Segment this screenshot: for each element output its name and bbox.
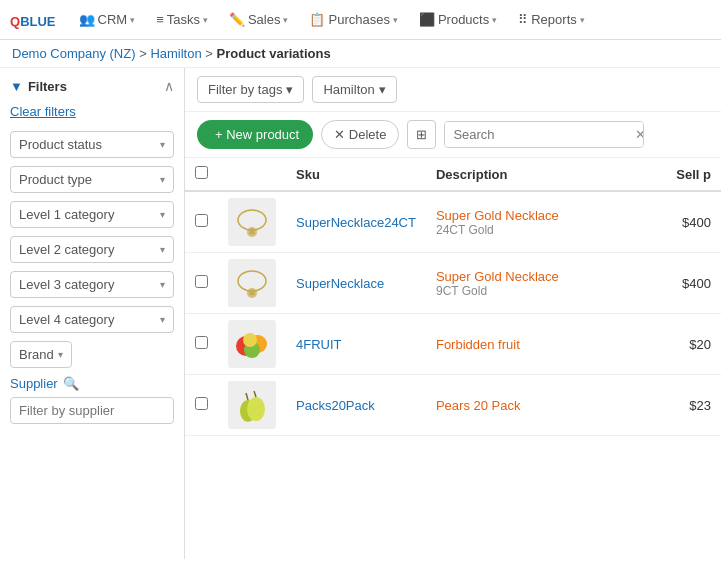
product-status-dropdown[interactable]: Product status ▾ <box>10 131 174 158</box>
col-sell-price[interactable]: Sell p <box>641 158 721 191</box>
supplier-label: Supplier <box>10 376 58 391</box>
product-sku-link[interactable]: Packs20Pack <box>296 398 375 413</box>
row-checkbox-0[interactable] <box>195 214 208 227</box>
product-image-cell <box>218 191 286 253</box>
row-checkbox-3[interactable] <box>195 397 208 410</box>
grid-icon: ⊞ <box>416 127 427 142</box>
nav-reports[interactable]: ⠿ Reports ▾ <box>510 8 593 31</box>
product-sku-cell: Packs20Pack <box>286 375 426 436</box>
brand-row: Brand ▾ <box>10 341 174 368</box>
crm-icon: 👥 <box>79 12 95 27</box>
tasks-arrow-icon: ▾ <box>203 15 208 25</box>
breadcrumb-location[interactable]: Hamilton <box>150 46 201 61</box>
filter-by-tags-button[interactable]: Filter by tags ▾ <box>197 76 304 103</box>
product-price: $400 <box>682 276 711 291</box>
product-price: $20 <box>689 337 711 352</box>
nav-products-label: Products <box>438 12 489 27</box>
product-sku-link[interactable]: SuperNecklace24CT <box>296 215 416 230</box>
breadcrumb-sep2: > <box>205 46 216 61</box>
search-clear-button[interactable]: ✕ <box>629 122 644 147</box>
level2-category-dropdown[interactable]: Level 2 category ▾ <box>10 236 174 263</box>
filter-by-tags-label: Filter by tags <box>208 82 282 97</box>
logo-blue: BLUE <box>20 14 55 29</box>
collapse-sidebar-button[interactable]: ∧ <box>164 78 174 94</box>
search-input[interactable] <box>445 122 629 147</box>
search-wrap: ✕ 🔍 <box>444 121 644 148</box>
product-image <box>228 198 276 246</box>
level2-category-label: Level 2 category <box>19 242 114 257</box>
purchases-icon: 📋 <box>309 12 325 27</box>
table-row: Packs20Pack Pears 20 Pack $23 <box>185 375 721 436</box>
level1-category-dropdown[interactable]: Level 1 category ▾ <box>10 201 174 228</box>
product-sku-cell: SuperNecklace <box>286 253 426 314</box>
product-type-dropdown[interactable]: Product type ▾ <box>10 166 174 193</box>
nav-sales[interactable]: ✏️ Sales ▾ <box>221 8 297 31</box>
reports-arrow-icon: ▾ <box>580 15 585 25</box>
brand-arrow-icon: ▾ <box>58 349 63 360</box>
nav-tasks[interactable]: ≡ Tasks ▾ <box>148 8 216 31</box>
product-image <box>228 381 276 429</box>
brand-dropdown[interactable]: Brand ▾ <box>10 341 72 368</box>
row-checkbox-cell <box>185 375 218 436</box>
product-price: $400 <box>682 215 711 230</box>
col-img <box>218 158 286 191</box>
product-desc-main: Forbidden fruit <box>436 337 631 352</box>
table-header-row: Sku Description Sell p <box>185 158 721 191</box>
level4-category-dropdown[interactable]: Level 4 category ▾ <box>10 306 174 333</box>
logo-q: Q <box>10 14 20 29</box>
breadcrumb-sep1: > <box>139 46 150 61</box>
main-layout: ▼ Filters ∧ Clear filters Product status… <box>0 68 721 559</box>
tag-bar: Filter by tags ▾ Hamilton ▾ <box>185 68 721 112</box>
nav-purchases[interactable]: 📋 Purchases ▾ <box>301 8 405 31</box>
new-product-button[interactable]: + New product <box>197 120 313 149</box>
nav-crm[interactable]: 👥 CRM ▾ <box>71 8 144 31</box>
products-icon: ⬛ <box>419 12 435 27</box>
product-desc-main: Pears 20 Pack <box>436 398 631 413</box>
col-sku[interactable]: Sku <box>286 158 426 191</box>
logo: QBLUE <box>10 8 56 31</box>
product-price: $23 <box>689 398 711 413</box>
product-desc-cell: Super Gold Necklace 9CT Gold <box>426 253 641 314</box>
breadcrumb-company[interactable]: Demo Company (NZ) <box>12 46 136 61</box>
level1-category-label: Level 1 category <box>19 207 114 222</box>
nav-products[interactable]: ⬛ Products ▾ <box>411 8 505 31</box>
breadcrumb: Demo Company (NZ) > Hamilton > Product v… <box>0 40 721 68</box>
supplier-search-icon[interactable]: 🔍 <box>63 376 79 391</box>
clear-filters-link[interactable]: Clear filters <box>10 104 174 119</box>
product-desc-main: Super Gold Necklace <box>436 208 631 223</box>
level4-category-label: Level 4 category <box>19 312 114 327</box>
sidebar-header: ▼ Filters ∧ <box>10 78 174 94</box>
product-image <box>228 259 276 307</box>
supplier-row: Supplier 🔍 <box>10 376 174 391</box>
product-type-arrow-icon: ▾ <box>160 174 165 185</box>
row-checkbox-2[interactable] <box>195 336 208 349</box>
table-row: SuperNecklace24CT Super Gold Necklace 24… <box>185 191 721 253</box>
product-type-label: Product type <box>19 172 92 187</box>
location-filter-button[interactable]: Hamilton ▾ <box>312 76 396 103</box>
reports-icon: ⠿ <box>518 12 528 27</box>
sidebar: ▼ Filters ∧ Clear filters Product status… <box>0 68 185 559</box>
product-price-cell: $400 <box>641 253 721 314</box>
level3-category-label: Level 3 category <box>19 277 114 292</box>
delete-button[interactable]: ✕ Delete <box>321 120 399 149</box>
table-row: SuperNecklace Super Gold Necklace 9CT Go… <box>185 253 721 314</box>
filter-tags-arrow-icon: ▾ <box>286 82 293 97</box>
products-arrow-icon: ▾ <box>492 15 497 25</box>
product-image-cell <box>218 375 286 436</box>
col-description[interactable]: Description <box>426 158 641 191</box>
filter-by-supplier-input[interactable] <box>10 397 174 424</box>
product-price-cell: $400 <box>641 191 721 253</box>
row-checkbox-1[interactable] <box>195 275 208 288</box>
grid-view-button[interactable]: ⊞ <box>407 120 436 149</box>
location-label: Hamilton <box>323 82 374 97</box>
product-sku-link[interactable]: SuperNecklace <box>296 276 384 291</box>
level3-category-dropdown[interactable]: Level 3 category ▾ <box>10 271 174 298</box>
svg-line-13 <box>254 391 256 397</box>
product-price-cell: $20 <box>641 314 721 375</box>
product-status-arrow-icon: ▾ <box>160 139 165 150</box>
top-nav: QBLUE 👥 CRM ▾ ≡ Tasks ▾ ✏️ Sales ▾ 📋 Pur… <box>0 0 721 40</box>
select-all-checkbox[interactable] <box>195 166 208 179</box>
product-sku-link[interactable]: 4FRUIT <box>296 337 342 352</box>
sidebar-title: ▼ Filters <box>10 79 67 94</box>
svg-point-11 <box>247 397 265 421</box>
